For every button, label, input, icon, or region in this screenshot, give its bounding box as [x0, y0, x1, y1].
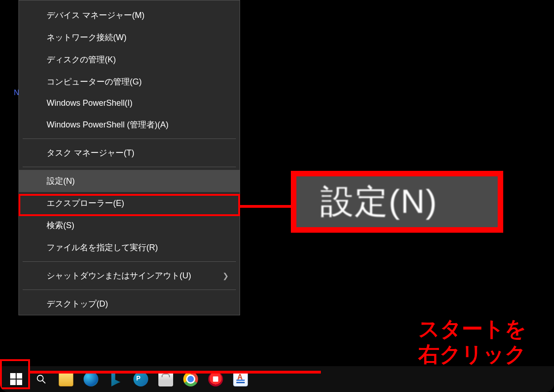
menu-item-label: Windows PowerShell(I) — [47, 98, 132, 108]
menu-item-label: ディスクの管理(K) — [47, 54, 116, 65]
annotation-connector-settings — [240, 205, 291, 208]
zoom-callout-text: 設定(N) — [320, 180, 438, 224]
annotation-line1: スタートを — [418, 316, 526, 342]
menu-separator — [23, 167, 236, 167]
menu-item-label: デスクトップ(D) — [47, 298, 108, 309]
menu-item-powershell[interactable]: Windows PowerShell(I) — [19, 93, 240, 114]
bing-icon — [109, 372, 122, 386]
menu-item-label: エクスプローラー(E) — [47, 198, 124, 209]
annotation-connector-start — [30, 371, 321, 374]
svg-rect-1 — [17, 373, 22, 379]
menu-item-powershell-admin[interactable]: Windows PowerShell (管理者)(A) — [19, 114, 240, 136]
svg-line-5 — [42, 380, 45, 383]
menu-item-label: ファイル名を指定して実行(R) — [47, 242, 158, 253]
menu-item-search[interactable]: 検索(S) — [19, 214, 240, 236]
start-button[interactable] — [4, 367, 29, 392]
menu-item-label: タスク マネージャー(T) — [47, 147, 134, 158]
menu-item-shutdown-signout[interactable]: シャットダウンまたはサインアウト(U) ❯ — [19, 265, 240, 287]
annotation-zoom-callout: 設定(N) — [291, 171, 503, 233]
menu-item-label: シャットダウンまたはサインアウト(U) — [47, 270, 191, 281]
svg-rect-2 — [10, 380, 16, 385]
menu-item-label: コンピューターの管理(G) — [47, 76, 142, 87]
annotation-line2: 右クリック — [418, 342, 526, 367]
menu-item-device-manager[interactable]: デバイス マネージャー(M) — [19, 4, 240, 26]
edge-icon — [84, 372, 98, 386]
menu-item-run[interactable]: ファイル名を指定して実行(R) — [19, 236, 240, 259]
search-icon — [36, 374, 46, 384]
chrome-icon — [183, 372, 198, 386]
menu-item-task-manager[interactable]: タスク マネージャー(T) — [19, 142, 240, 164]
app-icon — [133, 372, 148, 386]
menu-item-explorer[interactable]: エクスプローラー(E) — [19, 192, 240, 214]
menu-separator — [23, 139, 236, 139]
taskbar — [0, 366, 554, 392]
menu-separator — [23, 289, 236, 290]
menu-separator — [23, 261, 236, 262]
store-icon — [158, 372, 173, 386]
wordpad-icon — [233, 372, 248, 386]
svg-point-4 — [37, 375, 43, 381]
menu-item-label: デバイス マネージャー(M) — [47, 10, 145, 21]
menu-item-computer-management[interactable]: コンピューターの管理(G) — [19, 71, 240, 93]
file-explorer-icon — [59, 372, 73, 386]
chevron-right-icon: ❯ — [223, 271, 229, 280]
menu-item-disk-management[interactable]: ディスクの管理(K) — [19, 48, 240, 71]
svg-rect-3 — [17, 380, 22, 385]
winx-context-menu: デバイス マネージャー(M) ネットワーク接続(W) ディスクの管理(K) コン… — [18, 0, 240, 315]
menu-item-label: 検索(S) — [47, 220, 74, 231]
menu-item-desktop[interactable]: デスクトップ(D) — [19, 293, 240, 315]
windows-logo-icon — [10, 373, 22, 385]
menu-item-label: ネットワーク接続(W) — [47, 32, 126, 43]
svg-rect-0 — [10, 373, 16, 379]
menu-item-label: 設定(N) — [47, 175, 75, 187]
menu-item-label: Windows PowerShell (管理者)(A) — [47, 119, 169, 130]
menu-item-network-connections[interactable]: ネットワーク接続(W) — [19, 26, 240, 48]
annotation-instruction-text: スタートを 右クリック — [418, 316, 526, 367]
menu-item-settings[interactable]: 設定(N) — [19, 170, 240, 192]
pdf-icon — [208, 372, 223, 386]
